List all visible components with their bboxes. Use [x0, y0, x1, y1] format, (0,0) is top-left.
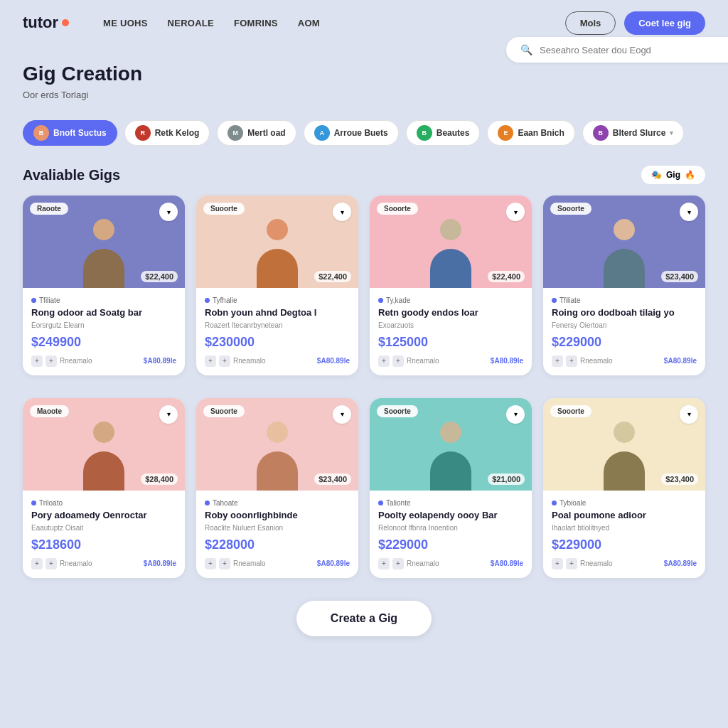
card-badge-5: Suoorte [203, 405, 245, 417]
card-footer-left-1: ++Rneamalo [205, 355, 266, 367]
search-bar: 🔍 [506, 37, 728, 63]
card-subtitle-6: Relonoot lfbnra Inoention [378, 524, 523, 532]
nav-link-1[interactable]: ME UOHS [103, 18, 148, 28]
card-footer-link-1[interactable]: $A80.89le [317, 357, 350, 365]
card-footer-label-7: Rneamalo [580, 560, 613, 567]
card-plus1-0[interactable]: + [31, 355, 43, 367]
card-title-0: Rong odoor ad Soatg bar [31, 307, 176, 319]
main-content: Gig Creation Oor erds Torlagi 🔍 BBnoft S… [0, 46, 728, 668]
filter-pill-6[interactable]: BBlterd Slurce▾ [582, 120, 685, 146]
card-dot-1 [205, 298, 210, 303]
gig-badge: 🎭 Gig 🔥 [641, 166, 705, 184]
card-plus2-1[interactable]: + [219, 355, 230, 367]
card-dropdown-7[interactable]: ▾ [680, 405, 698, 424]
card-footer-link-2[interactable]: $A80.89le [491, 357, 523, 365]
card-plus2-6[interactable]: + [392, 558, 404, 569]
card-price-1: $230000 [205, 335, 350, 350]
page-title: Gig Creation [23, 63, 421, 85]
card-plus1-1[interactable]: + [205, 355, 216, 367]
filter-label-6: Blterd Slurce [613, 128, 666, 138]
card-tag-4: Triloato [39, 499, 63, 507]
card-badge-7: Sooorte [550, 405, 592, 417]
person-silhouette-4 [77, 416, 131, 491]
card-plus1-3[interactable]: + [552, 355, 563, 367]
filter-pill-5[interactable]: EEaan Bnich [487, 120, 574, 146]
filter-pill-4[interactable]: BBeautes [406, 120, 481, 146]
card-dropdown-0[interactable]: ▾ [159, 203, 178, 221]
card-dot-5 [205, 500, 210, 505]
card-dot-2 [378, 298, 383, 303]
card-tag-7: Tybioale [560, 499, 586, 507]
card-plus1-6[interactable]: + [378, 558, 390, 569]
card-footer-link-5[interactable]: $A80.89le [317, 560, 350, 567]
person-silhouette-7 [598, 416, 651, 491]
card-subtitle-2: Exoarzuots [378, 321, 523, 329]
filter-pill-3[interactable]: AArroue Buets [304, 120, 399, 146]
card-plus2-3[interactable]: + [566, 355, 577, 367]
card-title-2: Retn goody endos loar [378, 307, 523, 319]
card-tag-3: Tfiliate [560, 296, 580, 304]
card-footer-label-5: Rneamalo [233, 560, 266, 567]
card-footer-link-3[interactable]: $A80.89le [664, 357, 697, 365]
person-silhouette-5 [251, 416, 304, 491]
card-footer-left-6: ++Rneamalo [378, 558, 439, 569]
header-left: Gig Creation Oor erds Torlagi [23, 63, 421, 112]
card-footer-link-4[interactable]: $A80.89le [144, 560, 176, 567]
card-plus2-7[interactable]: + [566, 558, 577, 569]
card-footer-left-7: ++Rneamalo [552, 558, 613, 569]
card-plus1-2[interactable]: + [378, 355, 390, 367]
card-footer-link-7[interactable]: $A80.89le [664, 560, 697, 567]
card-dropdown-6[interactable]: ▾ [506, 405, 525, 424]
card-plus2-2[interactable]: + [392, 355, 404, 367]
card-dropdown-5[interactable]: ▾ [333, 405, 351, 424]
card-footer-link-6[interactable]: $A80.89le [491, 560, 523, 567]
card-subtitle-4: Eaautuptz Oisait [31, 524, 176, 532]
gig-grid-row1: Raoote▾$22,400TfiliateRong odoor ad Soat… [23, 196, 705, 375]
filter-pill-1[interactable]: RRetk Kelog [124, 120, 210, 146]
gig-grid-row2: Maoote▾$28,400TriloatoPory adoamedy Oenr… [23, 398, 705, 578]
card-plus1-7[interactable]: + [552, 558, 563, 569]
person-silhouette-1 [251, 213, 304, 288]
gig-card-2: Sooorte▾$22,400Ty,kadeRetn goody endos l… [370, 196, 532, 375]
filter-pill-2[interactable]: MMertl oad [217, 120, 296, 146]
card-price-tag-0: $22,400 [141, 271, 178, 282]
card-plus2-5[interactable]: + [219, 558, 230, 569]
card-footer-link-0[interactable]: $A80.89le [144, 357, 176, 365]
card-footer-label-4: Rneamalo [60, 560, 92, 567]
card-tag-0: Tfiliate [39, 296, 60, 304]
login-button[interactable]: Mols [565, 11, 616, 35]
card-subtitle-5: Roaclite Nuluert Esanion [205, 524, 350, 532]
card-plus2-4[interactable]: + [46, 558, 57, 569]
card-tag-5: Tahoate [213, 499, 238, 507]
card-tag-1: Tyfhalie [213, 296, 237, 304]
card-price-7: $229000 [552, 537, 697, 552]
card-plus1-4[interactable]: + [31, 558, 43, 569]
card-dropdown-2[interactable]: ▾ [506, 203, 525, 221]
card-plus2-0[interactable]: + [46, 355, 57, 367]
card-title-5: Roby ooonrlighbinde [205, 510, 350, 522]
card-dropdown-3[interactable]: ▾ [680, 203, 698, 221]
nav-link-2[interactable]: NEROALE [168, 18, 214, 28]
card-dropdown-1[interactable]: ▾ [333, 203, 351, 221]
person-silhouette-0 [77, 213, 131, 288]
filter-chevron-6: ▾ [670, 129, 673, 136]
gig-badge-icon: 🔥 [685, 170, 695, 180]
filter-pill-0[interactable]: BBnoft Suctus [23, 120, 117, 146]
card-price-tag-5: $23,400 [314, 473, 351, 485]
create-gig-nav-button[interactable]: Coet lee gig [624, 11, 705, 35]
search-input[interactable] [540, 45, 728, 55]
card-plus1-5[interactable]: + [205, 558, 216, 569]
filter-label-5: Eaan Bnich [518, 128, 564, 138]
card-footer-label-1: Rneamalo [233, 357, 266, 365]
nav-link-4[interactable]: AOM [298, 18, 320, 28]
card-price-tag-1: $22,400 [314, 271, 351, 282]
logo-dot [62, 19, 69, 26]
card-dropdown-4[interactable]: ▾ [159, 405, 178, 424]
create-gig-button[interactable]: Create a Gig [296, 601, 432, 636]
card-footer-left-5: ++Rneamalo [205, 558, 266, 569]
create-cta: Create a Gig [23, 601, 705, 636]
card-title-1: Robn youn ahnd Degtoa l [205, 307, 350, 319]
nav-link-3[interactable]: FOMRINS [234, 18, 278, 28]
card-price-6: $229000 [378, 537, 523, 552]
gig-card-6: Sooorte▾$21,000TaliontePoolty eolapendy … [370, 398, 532, 578]
